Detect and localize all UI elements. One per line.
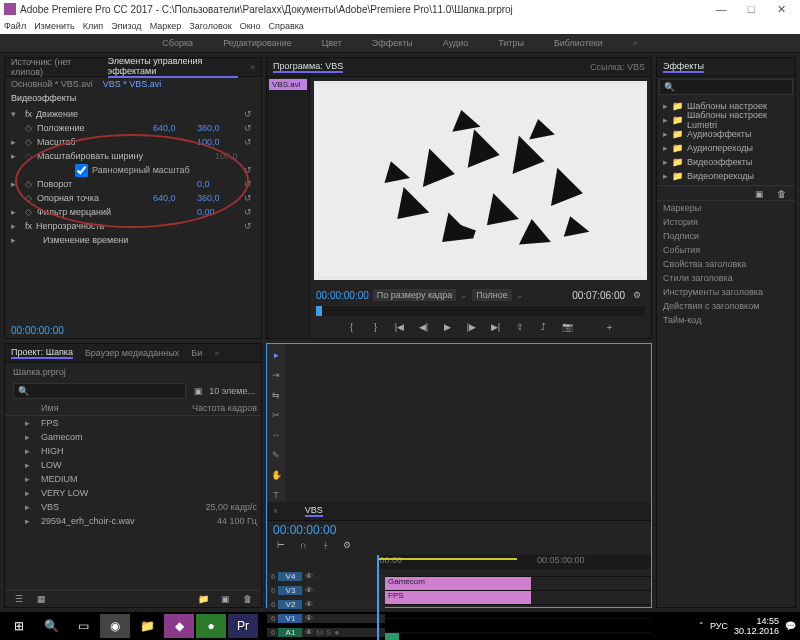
- tray-date[interactable]: 30.12.2016: [734, 626, 779, 636]
- prop-anchor[interactable]: Опорная точка: [37, 193, 149, 203]
- reset-icon[interactable]: ↺: [241, 193, 255, 203]
- premiere-taskbar-icon[interactable]: Pr: [228, 614, 258, 638]
- effects-search[interactable]: 🔍: [659, 79, 793, 95]
- lift-icon[interactable]: ⇪: [512, 319, 528, 335]
- playhead[interactable]: [377, 555, 379, 640]
- project-item[interactable]: ▸VBS25,00 кадр/с: [5, 500, 261, 514]
- snap-icon[interactable]: ⊢: [273, 537, 289, 553]
- fx-motion[interactable]: Движение: [36, 109, 237, 119]
- tab-project[interactable]: Проект: Шапка: [11, 347, 73, 359]
- program-tc-left[interactable]: 00:00:00:00: [316, 290, 369, 301]
- reset-icon[interactable]: ↺: [241, 123, 255, 133]
- step-back-icon[interactable]: ◀|: [416, 319, 432, 335]
- tab-sequence[interactable]: VBS: [305, 505, 323, 517]
- workspace-titles[interactable]: Титры: [498, 38, 524, 48]
- prop-rotation[interactable]: Поворот: [37, 179, 193, 189]
- zoom-fit-select[interactable]: По размеру кадра: [373, 289, 457, 301]
- panel-section[interactable]: Свойства заголовка: [657, 257, 795, 271]
- mark-in-icon[interactable]: {: [344, 319, 360, 335]
- reset-icon[interactable]: ↺: [241, 165, 255, 175]
- new-item-icon[interactable]: ▣: [217, 591, 233, 607]
- menu-clip[interactable]: Клип: [83, 21, 103, 31]
- menu-title[interactable]: Заголовок: [189, 21, 231, 31]
- tab-source[interactable]: Источник: (нет клипов): [11, 57, 96, 77]
- timeline-mini-clip[interactable]: VBS.avi: [269, 79, 307, 90]
- tray-expand-icon[interactable]: ˄: [699, 621, 704, 631]
- start-button[interactable]: ⊞: [4, 614, 34, 638]
- play-icon[interactable]: ▶: [440, 319, 456, 335]
- extract-icon[interactable]: ⤴: [536, 319, 552, 335]
- panel-section[interactable]: Тайм-код: [657, 313, 795, 327]
- workspace-editing[interactable]: Редактирование: [223, 38, 292, 48]
- video-track[interactable]: 6V1👁: [267, 611, 651, 625]
- prop-position[interactable]: Положение: [37, 123, 149, 133]
- menu-file[interactable]: Файл: [4, 21, 26, 31]
- project-item[interactable]: ▸LOW: [5, 458, 261, 472]
- clip-instance[interactable]: VBS * VBS.avi: [103, 79, 162, 89]
- workspace-libraries[interactable]: Библиотеки: [554, 38, 603, 48]
- panel-section[interactable]: События: [657, 243, 795, 257]
- marker-icon[interactable]: ⟊: [317, 537, 333, 553]
- effects-folder[interactable]: ▸📁Шаблоны настроек Lumetri: [659, 113, 793, 127]
- panel-section[interactable]: История: [657, 215, 795, 229]
- effects-folder[interactable]: ▸📁Аудиопереходы: [659, 141, 793, 155]
- resolution-select[interactable]: Полное: [472, 289, 512, 301]
- panel-section[interactable]: Действия с заголовком: [657, 299, 795, 313]
- tab-effect-controls[interactable]: Элементы управления эффектами: [108, 56, 238, 78]
- export-frame-icon[interactable]: 📷: [560, 319, 576, 335]
- pen-tool-icon[interactable]: ✎: [269, 448, 283, 462]
- task-view-icon[interactable]: ▭: [68, 614, 98, 638]
- workspace-color[interactable]: Цвет: [322, 38, 342, 48]
- project-item[interactable]: ▸MEDIUM: [5, 472, 261, 486]
- col-fps[interactable]: Частота кадров: [187, 403, 257, 413]
- tab-bi[interactable]: Би: [191, 348, 202, 358]
- menu-help[interactable]: Справка: [269, 21, 304, 31]
- effects-folder[interactable]: ▸📁Видеоэффекты: [659, 155, 793, 169]
- video-track[interactable]: 6V4👁Gamecom: [267, 569, 651, 583]
- workspace-assembly[interactable]: Сборка: [162, 38, 193, 48]
- type-tool-icon[interactable]: T: [269, 488, 283, 502]
- effects-folder[interactable]: ▸📁Видеопереходы: [659, 169, 793, 183]
- reset-icon[interactable]: ↺: [241, 179, 255, 189]
- minimize-button[interactable]: —: [706, 3, 736, 15]
- go-in-icon[interactable]: |◀: [392, 319, 408, 335]
- tray-time[interactable]: 14:55: [734, 616, 779, 626]
- notification-icon[interactable]: 💬: [785, 621, 796, 631]
- delete-icon[interactable]: 🗑: [239, 591, 255, 607]
- timeline-timecode[interactable]: 00:00:00:00: [273, 523, 645, 537]
- tab-program[interactable]: Программа: VBS: [273, 61, 343, 73]
- project-item[interactable]: ▸29594_erh_choir-c.wav44 100 Гц: [5, 514, 261, 528]
- app-taskbar-icon[interactable]: ◆: [164, 614, 194, 638]
- program-link[interactable]: Ссылка: VBS: [590, 62, 645, 72]
- panel-section[interactable]: Маркеры: [657, 201, 795, 215]
- program-monitor[interactable]: [314, 81, 647, 280]
- icon-view-icon[interactable]: ▦: [33, 591, 49, 607]
- pos-x[interactable]: 640,0: [153, 123, 193, 133]
- timeline-clip[interactable]: [385, 633, 399, 641]
- project-item[interactable]: ▸VERY LOW: [5, 486, 261, 500]
- hand-tool-icon[interactable]: ✋: [269, 468, 283, 482]
- step-fwd-icon[interactable]: |▶: [464, 319, 480, 335]
- rot-v[interactable]: 0,0: [197, 179, 237, 189]
- project-item[interactable]: ▸HIGH: [5, 444, 261, 458]
- go-out-icon[interactable]: ▶|: [488, 319, 504, 335]
- reset-icon[interactable]: ↺: [241, 221, 255, 231]
- prop-scale[interactable]: Масштаб: [37, 137, 193, 147]
- workspace-effects[interactable]: Эффекты: [372, 38, 413, 48]
- tray-lang[interactable]: РУС: [710, 621, 728, 631]
- panel-section[interactable]: Подписи: [657, 229, 795, 243]
- timeline-clip[interactable]: FPS: [385, 591, 531, 604]
- timeline-clip[interactable]: Gamecom: [385, 577, 531, 590]
- menu-sequence[interactable]: Эпизод: [111, 21, 141, 31]
- anc-x[interactable]: 640,0: [153, 193, 193, 203]
- flick-v[interactable]: 0,00: [197, 207, 237, 217]
- mark-out-icon[interactable]: }: [368, 319, 384, 335]
- reset-icon[interactable]: ↺: [241, 207, 255, 217]
- reset-icon[interactable]: ↺: [241, 109, 255, 119]
- menu-window[interactable]: Окно: [240, 21, 261, 31]
- menu-marker[interactable]: Маркер: [150, 21, 182, 31]
- new-bin-icon[interactable]: 📁: [195, 591, 211, 607]
- maximize-button[interactable]: □: [736, 3, 766, 15]
- app-taskbar-icon[interactable]: ●: [196, 614, 226, 638]
- pos-y[interactable]: 360,0: [197, 123, 237, 133]
